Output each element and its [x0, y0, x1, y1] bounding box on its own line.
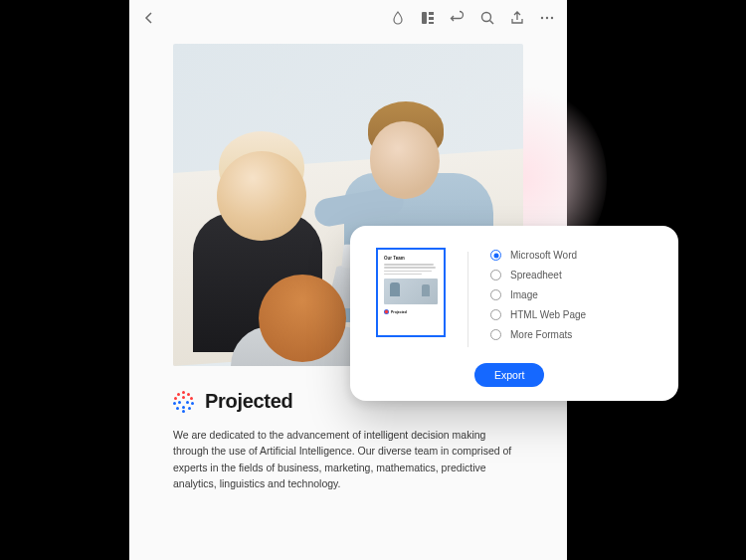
radio-icon [490, 289, 501, 300]
export-thumbnail-column: Our Team Projected [376, 248, 446, 383]
ink-icon[interactable] [390, 10, 406, 26]
export-option-html[interactable]: HTML Web Page [490, 309, 654, 320]
thumbnail-brand: Projected [391, 310, 407, 314]
svg-point-4 [482, 13, 491, 22]
more-icon[interactable] [539, 10, 555, 26]
option-label: Spreadheet [510, 270, 562, 280]
undo-icon[interactable] [450, 10, 466, 26]
export-option-more[interactable]: More Formats [490, 329, 654, 340]
radio-icon [490, 329, 501, 340]
svg-point-7 [551, 17, 553, 19]
back-icon[interactable] [141, 10, 157, 26]
document-body-text: We are dedicated to the advancement of i… [173, 427, 523, 491]
option-label: Microsoft Word [510, 250, 577, 261]
share-icon[interactable] [509, 10, 525, 26]
option-label: HTML Web Page [510, 309, 586, 320]
brand-logo-icon [173, 391, 195, 413]
brand-name: Projected [205, 390, 292, 413]
search-icon[interactable] [479, 10, 495, 26]
svg-point-5 [541, 17, 543, 19]
export-option-spreadsheet[interactable]: Spreadheet [490, 270, 654, 280]
panel-divider [467, 252, 468, 347]
svg-rect-0 [422, 12, 427, 24]
thumbnail-title: Our Team [384, 256, 438, 261]
svg-rect-1 [429, 12, 434, 15]
svg-rect-3 [429, 22, 434, 24]
option-label: Image [510, 289, 538, 300]
svg-rect-2 [429, 17, 434, 20]
toolbar [129, 0, 567, 36]
export-option-image[interactable]: Image [490, 289, 654, 300]
export-option-word[interactable]: Microsoft Word [490, 250, 654, 261]
svg-point-6 [546, 17, 548, 19]
export-thumbnail[interactable]: Our Team Projected [376, 248, 446, 337]
panel-icon[interactable] [420, 10, 436, 26]
export-button[interactable]: Export [474, 363, 544, 387]
radio-icon [490, 270, 501, 280]
radio-icon [490, 309, 501, 320]
radio-icon [490, 250, 501, 261]
export-panel: Our Team Projected Microsoft Word Spread… [350, 226, 678, 401]
option-label: More Formats [510, 329, 572, 340]
